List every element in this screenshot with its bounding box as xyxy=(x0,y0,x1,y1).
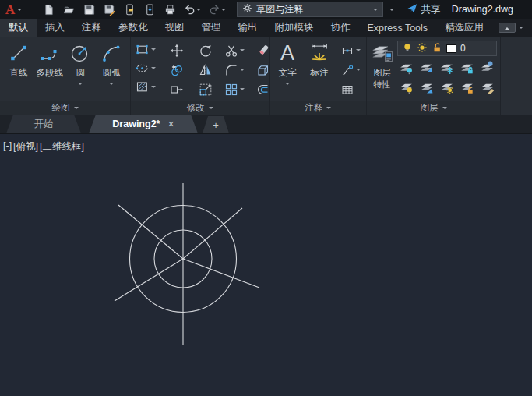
scale-tool-button[interactable] xyxy=(191,80,220,99)
layer-properties-label-2: 特性 xyxy=(374,79,391,90)
new-button[interactable] xyxy=(39,2,58,17)
undo-button[interactable] xyxy=(181,2,204,17)
view-control[interactable]: [俯视] xyxy=(13,140,38,154)
save-as-button[interactable] xyxy=(100,2,118,17)
draw-panel-footer[interactable]: 绘图 xyxy=(0,101,130,115)
new-drawing-tab-button[interactable]: + xyxy=(203,116,229,133)
rotate-tool-button[interactable] xyxy=(191,41,220,60)
layer-merge-button[interactable] xyxy=(478,79,496,95)
save-to-mobile-button[interactable] xyxy=(140,2,159,17)
layer-properties-button[interactable]: 图层 特性 xyxy=(370,39,394,101)
workspace-switcher[interactable]: 草图与注释 xyxy=(237,2,383,17)
ribbon-tab-Express Tools[interactable]: Express Tools xyxy=(359,19,437,37)
move-tool-button[interactable] xyxy=(162,41,191,60)
chevron-down-icon xyxy=(240,49,245,54)
text-tool-button[interactable]: A 文字 xyxy=(273,39,302,101)
open-button[interactable] xyxy=(59,2,78,17)
file-tab-开始[interactable]: 开始 xyxy=(6,115,81,133)
ribbon-tab-协作[interactable]: 协作 xyxy=(322,19,359,37)
text-tool-label: 文字 xyxy=(279,67,297,79)
hatch-tool-button[interactable] xyxy=(134,79,157,95)
ribbon-tab-参数化[interactable]: 参数化 xyxy=(110,19,157,37)
dimension-tool-button[interactable]: 标注 xyxy=(302,39,336,101)
copy-icon xyxy=(170,63,184,77)
plot-icon xyxy=(164,4,176,16)
ribbon-collapse-button[interactable] xyxy=(499,19,523,37)
sun-icon xyxy=(417,42,428,55)
annotation-panel: A 文字 标注 注释 xyxy=(270,37,367,115)
plot-button[interactable] xyxy=(160,2,179,17)
chevron-down-icon xyxy=(151,48,156,53)
ribbon-tab-精选应用[interactable]: 精选应用 xyxy=(436,19,492,37)
chevron-down-icon xyxy=(74,107,79,111)
fillet-icon xyxy=(224,63,238,77)
layer-previous-button[interactable] xyxy=(417,79,435,95)
layer-unlock-button[interactable] xyxy=(458,79,476,95)
model-space-canvas[interactable]: [-][俯视][二维线框] xyxy=(0,133,532,396)
quick-access-dropdown-button[interactable] xyxy=(386,6,397,13)
ribbon: 直线多段线圆圆弧 绘图 修改 A 文字 xyxy=(0,37,532,115)
layer-lock-button[interactable] xyxy=(458,59,476,76)
arc-tool-button[interactable]: 圆弧 xyxy=(96,39,127,101)
copy-tool-button[interactable] xyxy=(162,60,191,80)
ellipse-tool-button[interactable] xyxy=(134,60,157,76)
paper-plane-icon xyxy=(407,3,417,16)
ribbon-tab-输出[interactable]: 输出 xyxy=(230,19,266,37)
layer-off-button[interactable] xyxy=(397,59,415,76)
layer-make-current-button[interactable] xyxy=(417,59,435,76)
save-button[interactable] xyxy=(79,2,98,17)
autocad-window: A 草图与注释 共享 Drawing2.dwg 默认插入注释参数化视图管理输出附… xyxy=(0,0,532,396)
quick-access-toolbar xyxy=(39,2,229,17)
redo-icon xyxy=(209,4,220,16)
fillet-tool-button[interactable] xyxy=(220,60,248,80)
application-menu-button[interactable]: A xyxy=(0,3,28,16)
layer-isolate-button[interactable] xyxy=(478,59,496,76)
table-tool-button[interactable] xyxy=(340,81,362,97)
close-icon[interactable]: × xyxy=(167,118,174,130)
circle-tool-label: 圆 xyxy=(76,67,86,79)
rectangle-tool-button[interactable] xyxy=(134,41,157,58)
title-bar: A 草图与注释 共享 Drawing2.dwg xyxy=(0,0,532,19)
rectangle-icon xyxy=(136,43,149,56)
layers-panel-footer[interactable]: 图层 xyxy=(367,101,500,115)
layer-thaw-icon xyxy=(439,80,454,94)
layer-dropdown[interactable]: 0 xyxy=(397,41,497,56)
stretch-tool-button[interactable] xyxy=(162,80,191,99)
chevron-down-icon xyxy=(109,83,114,87)
polyline-tool-label: 多段线 xyxy=(36,67,63,79)
linear-dimension-tool-button[interactable] xyxy=(340,42,362,58)
chevron-down-icon xyxy=(209,107,213,111)
ribbon-tab-bar: 默认插入注释参数化视图管理输出附加模块协作Express Tools精选应用 xyxy=(0,19,532,37)
modify-panel-footer[interactable]: 修改 xyxy=(131,101,269,115)
share-button[interactable]: 共享 xyxy=(407,3,440,16)
ribbon-tab-附加模块[interactable]: 附加模块 xyxy=(266,19,322,37)
line-tool-button[interactable]: 直线 xyxy=(3,39,34,101)
annotation-panel-footer[interactable]: 注释 xyxy=(270,101,366,115)
file-tab-Drawing2[interactable]: Drawing2*× xyxy=(89,115,198,133)
layer-previous-icon xyxy=(419,80,434,94)
viewport-menu-control[interactable]: [-] xyxy=(3,140,12,154)
annotation-panel-label: 注释 xyxy=(305,102,322,114)
layer-merge-icon xyxy=(480,80,495,94)
ribbon-tab-视图[interactable]: 视图 xyxy=(157,19,193,37)
chevron-down-icon xyxy=(78,83,83,87)
layer-freeze-button[interactable] xyxy=(438,59,456,76)
trim-tool-button[interactable] xyxy=(220,41,248,60)
new-icon xyxy=(43,4,55,16)
ribbon-tab-插入[interactable]: 插入 xyxy=(37,19,73,37)
line-tool-label: 直线 xyxy=(9,67,27,79)
polyline-tool-button[interactable]: 多段线 xyxy=(34,39,65,101)
circle-tool-button[interactable]: 圆 xyxy=(65,39,97,101)
open-from-mobile-button[interactable] xyxy=(120,2,139,17)
array-tool-button[interactable] xyxy=(220,80,248,99)
layer-thaw-button[interactable] xyxy=(438,79,456,95)
draw-panel-label: 绘图 xyxy=(52,102,70,114)
ribbon-tab-默认[interactable]: 默认 xyxy=(0,19,37,37)
leader-tool-button[interactable] xyxy=(340,62,362,78)
ribbon-tab-注释[interactable]: 注释 xyxy=(73,19,110,37)
layer-on-button[interactable] xyxy=(397,79,415,95)
redo-button[interactable] xyxy=(206,2,229,17)
ribbon-tab-管理[interactable]: 管理 xyxy=(193,19,230,37)
mirror-tool-button[interactable] xyxy=(191,60,220,80)
visual-style-control[interactable]: [二维线框] xyxy=(40,140,84,154)
